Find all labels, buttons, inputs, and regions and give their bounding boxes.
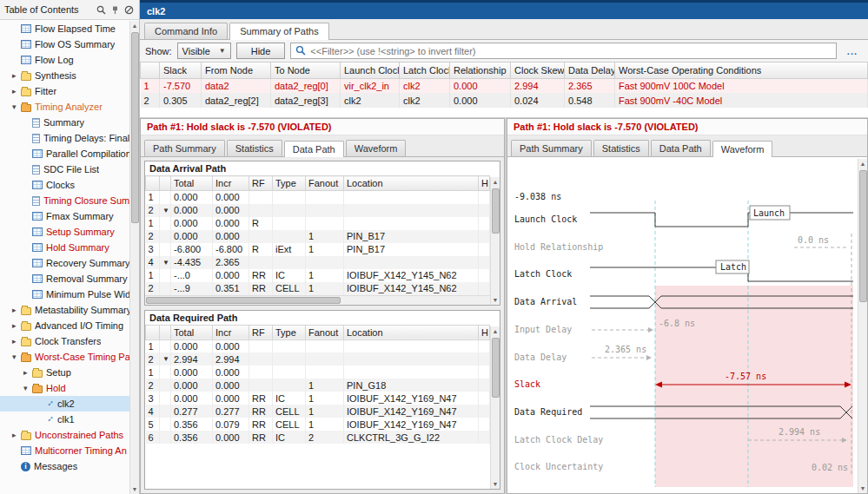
scroll-up-arrow-icon[interactable]: ▲ <box>493 177 499 187</box>
path-row[interactable]: 20.0000.0001PIN_G18 <box>146 379 490 392</box>
sidebar-item-worst-case-timing-paths[interactable]: ▾Worst-Case Timing Pa <box>0 349 129 365</box>
sidebar-item-sdc-file-list[interactable]: SDC File List <box>0 161 129 177</box>
scrollbar-track[interactable] <box>492 187 500 295</box>
visibility-select[interactable]: Visible ▼ <box>177 43 231 59</box>
scrollbar-track[interactable] <box>492 336 500 480</box>
summary-column-header[interactable]: To Node <box>271 63 341 78</box>
path-row[interactable]: 50.3560.079RRCELL1IOIBUF_X142_Y169_N47 <box>146 418 490 431</box>
expander-icon[interactable]: ▾ <box>23 384 32 392</box>
scroll-down-arrow-icon[interactable]: ▼ <box>493 295 499 305</box>
sidebar-item-fitter[interactable]: ▸Fitter <box>0 83 129 99</box>
sidebar-scrollbar[interactable]: ▲ ▼ <box>129 21 139 494</box>
summary-column-header[interactable]: From Node <box>202 63 271 78</box>
sidebar-item-setup-summary[interactable]: Setup Summary <box>0 224 129 240</box>
sidebar-item-timing-closure-summary[interactable]: Timing Closure Summ <box>0 193 129 208</box>
more-options-button[interactable]: ... <box>842 46 863 56</box>
expander-icon[interactable]: ▾ <box>12 352 21 361</box>
tab-statistics[interactable]: Statistics <box>227 140 282 156</box>
sidebar-item-setup[interactable]: ▸Setup <box>0 365 129 380</box>
tab-summary-of-paths[interactable]: Summary of Paths <box>229 23 328 40</box>
tab-statistics[interactable]: Statistics <box>593 140 649 156</box>
expander-icon[interactable]: ▾ <box>12 102 21 111</box>
sidebar-item-summary[interactable]: Summary <box>0 115 129 130</box>
path-row[interactable]: 10.0000.000 <box>146 191 490 204</box>
path-row[interactable]: 40.2770.277RRCELL1IOIBUF_X142_Y169_N47 <box>146 405 490 418</box>
pin-icon[interactable] <box>109 3 121 16</box>
sidebar-item-multicorner-timing-analysis[interactable]: Multicorner Timing An <box>0 443 129 458</box>
scrollbar-thumb[interactable] <box>131 32 139 223</box>
filter-input[interactable] <box>310 46 831 56</box>
sidebar-item-removal-summary[interactable]: Removal Summary <box>0 271 129 287</box>
column-header[interactable]: Fanout <box>306 176 344 191</box>
path-row[interactable]: 60.3560.000RRIC2CLKCTRL_3G_G_I22 <box>146 431 490 444</box>
sidebar-item-timing-analyzer[interactable]: ▾Timing Analyzer <box>0 99 129 115</box>
sidebar-item-flow-log[interactable]: Flow Log <box>0 52 129 68</box>
sidebar-item-recovery-summary[interactable]: Recovery Summary <box>0 255 129 271</box>
search-icon[interactable] <box>95 3 107 16</box>
path-row[interactable]: 1-...00.000RRIC1IOIBUF_X142_Y145_N62 <box>146 269 490 282</box>
column-header[interactable]: Total <box>171 176 213 191</box>
scroll-down-arrow-icon[interactable]: ▼ <box>860 484 866 493</box>
tab-data-path[interactable]: Data Path <box>284 141 344 157</box>
summary-column-header[interactable]: Worst-Case Operating Conditions <box>615 63 868 78</box>
path-row[interactable]: 10.0000.000 <box>146 366 490 379</box>
path-row[interactable]: 10.0000.000 <box>146 339 490 352</box>
sidebar-item-synthesis[interactable]: ▸Synthesis <box>0 68 129 83</box>
sidebar-item-metastability-summary[interactable]: ▸Metastability Summary <box>0 302 129 318</box>
path-row[interactable]: 4▼-4.4352.365 <box>146 256 490 269</box>
scroll-up-arrow-icon[interactable]: ▲ <box>860 159 866 168</box>
expander-icon[interactable]: ▸ <box>12 87 21 96</box>
path-row[interactable]: 2▼2.9942.994 <box>146 352 490 366</box>
tab-data-path[interactable]: Data Path <box>651 140 711 156</box>
scrollbar-thumb[interactable] <box>146 297 341 304</box>
summary-column-header[interactable]: Slack <box>160 63 202 78</box>
close-icon[interactable] <box>123 3 135 16</box>
expander-icon[interactable]: ▸ <box>12 306 21 314</box>
sidebar-item-fmax-summary[interactable]: Fmax Summary <box>0 208 129 224</box>
scrollbar-thumb[interactable] <box>492 188 500 234</box>
arrival-vertical-scrollbar[interactable]: ▲ ▼ <box>490 177 500 305</box>
tab-waveform[interactable]: Waveform <box>346 140 407 156</box>
column-header[interactable] <box>146 176 160 191</box>
sidebar-item-flow-os-summary[interactable]: Flow OS Summary <box>0 36 129 52</box>
scrollbar-track[interactable] <box>859 168 867 484</box>
scrollbar-thumb[interactable] <box>859 170 867 302</box>
column-header[interactable]: RF <box>249 325 273 339</box>
sidebar-item-unconstrained-paths[interactable]: ▸Unconstrained Paths <box>0 427 129 443</box>
expander-icon[interactable]: ▸ <box>12 321 21 330</box>
column-header[interactable]: Incr <box>213 325 249 339</box>
scrollbar-track[interactable] <box>131 30 139 484</box>
expander-icon[interactable]: ▸ <box>23 368 32 377</box>
column-header[interactable]: Type <box>273 176 306 191</box>
column-header[interactable]: Total <box>171 325 213 339</box>
summary-row[interactable]: 20.305data2_reg[2]data2_reg[3]clk2clk20.… <box>141 93 868 108</box>
column-header[interactable] <box>146 325 160 339</box>
sidebar-item-messages[interactable]: Messages <box>0 458 129 474</box>
column-header[interactable]: Type <box>273 325 306 339</box>
scroll-up-arrow-icon[interactable]: ▲ <box>493 326 499 336</box>
tab-path-summary[interactable]: Path Summary <box>144 140 225 156</box>
column-header[interactable]: Fanout <box>306 325 344 339</box>
sidebar-item-minimum-pulse-width[interactable]: Minimum Pulse Width <box>0 287 129 302</box>
column-header[interactable] <box>160 176 171 191</box>
column-header[interactable] <box>160 325 171 339</box>
waveform-vertical-scrollbar[interactable]: ▲ ▼ <box>858 159 867 493</box>
path-row[interactable]: 20.0000.0001PIN_B17 <box>146 230 490 243</box>
sidebar-item-flow-elapsed-time[interactable]: Flow Elapsed Time <box>0 21 129 36</box>
column-header[interactable]: Location <box>344 325 479 339</box>
arrival-horizontal-scrollbar[interactable] <box>145 295 500 305</box>
sidebar-item-hold-summary[interactable]: Hold Summary <box>0 240 129 255</box>
scroll-up-arrow-icon[interactable]: ▲ <box>132 21 138 30</box>
path-row[interactable]: 10.0000.000R <box>146 217 490 230</box>
path-row[interactable]: 2▼0.0000.000 <box>146 204 490 217</box>
expander-icon[interactable]: ▸ <box>12 337 21 346</box>
scroll-down-arrow-icon[interactable]: ▼ <box>132 484 138 494</box>
summary-row[interactable]: 1-7.570data2data2_reg[0]vir_clk2_inclk20… <box>141 78 868 93</box>
sidebar-item-hold[interactable]: ▾Hold <box>0 380 129 396</box>
sidebar-item-clock-transfers[interactable]: ▸Clock Transfers <box>0 333 129 349</box>
tab-waveform[interactable]: Waveform <box>712 141 773 157</box>
summary-column-header[interactable]: Latch Clock <box>400 63 450 78</box>
column-header[interactable]: H <box>479 176 490 191</box>
scroll-down-arrow-icon[interactable]: ▼ <box>493 479 499 489</box>
hide-button[interactable]: Hide <box>236 43 286 59</box>
